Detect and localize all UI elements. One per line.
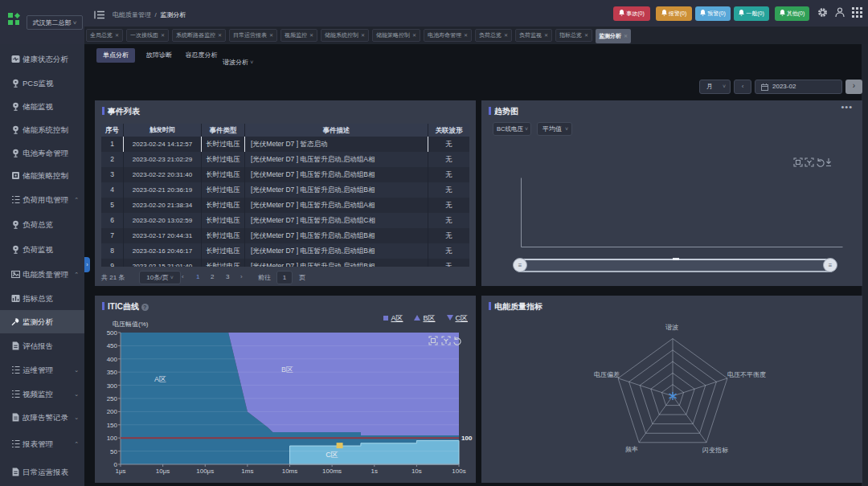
svg-text:100ms: 100ms: [322, 468, 342, 475]
svg-text:10μs: 10μs: [156, 468, 170, 475]
svg-text:谐波: 谐波: [665, 324, 678, 331]
svg-text:B区: B区: [281, 366, 293, 374]
svg-text:10s: 10s: [411, 468, 422, 475]
svg-text:100: 100: [107, 435, 118, 442]
svg-text:A区: A区: [154, 375, 166, 383]
svg-text:300: 300: [107, 382, 118, 390]
svg-text:频率: 频率: [625, 446, 638, 453]
svg-text:1ms: 1ms: [241, 468, 253, 475]
svg-text:250: 250: [107, 395, 118, 402]
svg-text:电压幅值(%): 电压幅值(%): [113, 321, 149, 328]
svg-text:450: 450: [107, 342, 118, 349]
svg-text:电压偏差: 电压偏差: [594, 371, 620, 378]
svg-text:200: 200: [107, 408, 118, 415]
svg-text:100s: 100s: [452, 468, 465, 475]
svg-text:100: 100: [461, 435, 473, 442]
svg-text:闪变指标: 闪变指标: [702, 447, 728, 454]
svg-text:50: 50: [110, 448, 117, 455]
svg-text:500: 500: [107, 329, 118, 337]
svg-text:C区: C区: [326, 451, 338, 459]
svg-text:150: 150: [107, 422, 118, 429]
svg-text:1s: 1s: [371, 468, 378, 475]
svg-text:100μs: 100μs: [196, 468, 214, 475]
svg-text:电压不平衡度: 电压不平衡度: [727, 371, 766, 378]
svg-text:400: 400: [107, 356, 118, 363]
svg-text:10ms: 10ms: [282, 468, 298, 475]
svg-text:1μs: 1μs: [115, 468, 125, 475]
svg-text:350: 350: [107, 369, 118, 376]
